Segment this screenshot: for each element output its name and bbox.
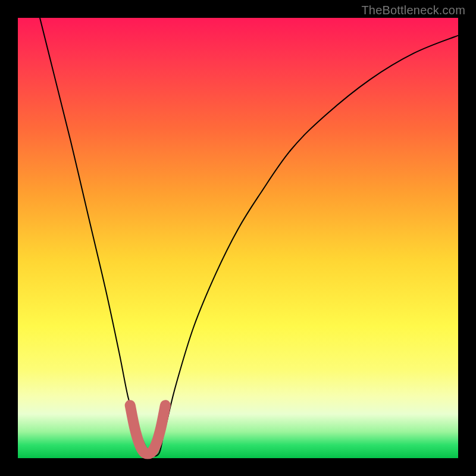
valley-highlight-path [130,405,165,453]
bottleneck-curve-path [40,18,458,456]
watermark-text: TheBottleneck.com [361,4,465,17]
chart-frame: TheBottleneck.com [0,0,476,476]
chart-svg [18,18,458,458]
plot-area [18,18,458,458]
